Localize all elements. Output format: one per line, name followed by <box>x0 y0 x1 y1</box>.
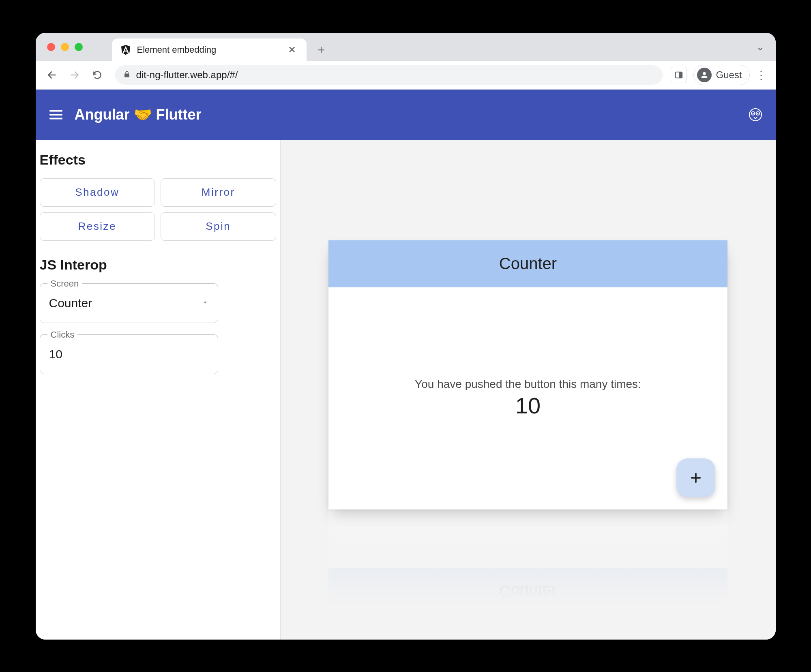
browser-tab[interactable]: Element embedding ✕ <box>112 39 307 61</box>
lock-icon <box>123 71 131 80</box>
profile-label: Guest <box>716 69 742 81</box>
counter-value: 10 <box>515 392 541 419</box>
counter-header: Counter <box>328 240 727 287</box>
app-root: Angular 🤝 Flutter Effects <box>36 90 776 640</box>
window-close-button[interactable] <box>47 43 55 51</box>
screen-value: Counter <box>49 296 202 310</box>
dash-mascot-icon[interactable] <box>747 106 764 124</box>
url-text: dit-ng-flutter.web.app/#/ <box>136 69 238 81</box>
svg-rect-1 <box>679 72 682 78</box>
menu-button[interactable] <box>47 106 65 124</box>
clicks-label: Clicks <box>47 330 78 340</box>
interop-heading: JS Interop <box>40 257 276 273</box>
resize-button[interactable]: Resize <box>40 212 155 241</box>
svg-point-6 <box>757 113 758 114</box>
nav-forward-button[interactable] <box>65 65 84 85</box>
counter-card: Counter You have pushed the button this … <box>328 240 727 509</box>
app-body: Effects Shadow Mirror Resize Spin JS Int… <box>36 140 776 640</box>
address-bar[interactable]: dit-ng-flutter.web.app/#/ <box>115 65 663 85</box>
main-canvas: Counter You have pushed the button this … <box>281 140 776 640</box>
mirror-button[interactable]: Mirror <box>161 178 276 207</box>
effects-heading: Effects <box>40 152 276 168</box>
tab-strip: Element embedding ✕ ＋ ⌄ <box>36 33 776 61</box>
avatar-icon <box>697 68 712 82</box>
window-controls <box>47 43 83 51</box>
shadow-button[interactable]: Shadow <box>40 178 155 207</box>
tab-close-icon[interactable]: ✕ <box>285 43 298 57</box>
increment-fab[interactable] <box>676 458 715 497</box>
profile-chip[interactable]: Guest <box>693 65 749 85</box>
effects-grid: Shadow Mirror Resize Spin <box>40 178 276 241</box>
screen-select[interactable]: Screen Counter <box>40 283 218 323</box>
clicks-value[interactable] <box>49 347 209 361</box>
angular-favicon <box>120 44 131 56</box>
sidebar: Effects Shadow Mirror Resize Spin JS Int… <box>36 140 281 640</box>
browser-menu-button[interactable]: ⋮ <box>753 67 769 83</box>
svg-point-5 <box>752 113 753 114</box>
tabs-dropdown-icon[interactable]: ⌄ <box>756 41 764 53</box>
app-title: Angular 🤝 Flutter <box>75 106 202 123</box>
side-panel-button[interactable] <box>671 67 687 83</box>
new-tab-button[interactable]: ＋ <box>311 40 331 60</box>
browser-window: Element embedding ✕ ＋ ⌄ dit-ng-flutter.w… <box>36 33 776 640</box>
screen-label: Screen <box>47 278 82 289</box>
nav-back-button[interactable] <box>42 65 62 85</box>
counter-reflection: Counter You have pushed the button this … <box>328 509 727 615</box>
clicks-input[interactable]: Clicks <box>40 334 218 374</box>
spin-button[interactable]: Spin <box>161 212 276 241</box>
window-minimize-button[interactable] <box>61 43 69 51</box>
counter-message: You have pushed the button this many tim… <box>415 378 641 391</box>
browser-toolbar: dit-ng-flutter.web.app/#/ Guest ⋮ <box>36 61 776 90</box>
nav-reload-button[interactable] <box>88 65 107 85</box>
window-maximize-button[interactable] <box>75 43 83 51</box>
app-bar: Angular 🤝 Flutter <box>36 90 776 140</box>
tab-title: Element embedding <box>137 45 280 55</box>
counter-body: You have pushed the button this many tim… <box>328 287 727 509</box>
dropdown-caret-icon <box>202 299 209 308</box>
